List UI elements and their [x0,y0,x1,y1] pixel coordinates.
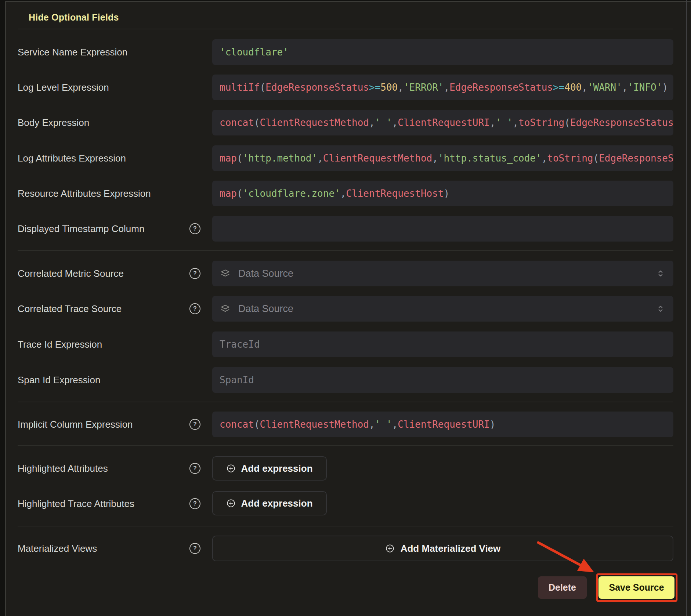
field-label: Implicit Column Expression [18,419,133,430]
chevron-up-down-icon [656,304,665,314]
question-mark-icon: ? [193,226,197,232]
question-mark-icon: ? [193,306,197,312]
service-name-expression-input[interactable]: 'cloudflare' [212,39,673,65]
add-expression-button[interactable]: Add expression [212,456,327,481]
trace-id-expression-input[interactable] [212,331,673,357]
form-row-resource-attributes: Resource Attributes Expression map('clou… [18,181,673,206]
field-label: Trace Id Expression [18,339,102,350]
field-label: Span Id Expression [18,374,100,386]
circle-plus-icon [226,464,236,473]
add-materialized-view-button[interactable]: Add Materialized View [212,536,673,561]
button-label: Add expression [241,498,312,509]
field-label: Correlated Metric Source [18,268,124,279]
question-mark-icon: ? [193,501,197,507]
layers-icon [220,269,230,279]
form-row-materialized-views: Materialized Views ? Add Materialized Vi… [18,536,673,561]
circle-plus-icon [385,544,395,553]
form-row-displayed-timestamp: Displayed Timestamp Column ? [18,216,673,242]
form-row-service-name: Service Name Expression 'cloudflare' [18,39,673,65]
help-icon[interactable]: ? [189,498,200,509]
help-icon[interactable]: ? [189,223,200,234]
add-expression-button[interactable]: Add expression [212,491,327,515]
implicit-column-expression-input[interactable]: concat(ClientRequestMethod, ' ', ClientR… [212,412,673,437]
help-icon[interactable]: ? [189,419,200,430]
select-placeholder: Data Source [238,303,293,315]
button-label: Add expression [241,463,312,474]
form-row-log-attributes: Log Attributes Expression map('http.meth… [18,145,673,171]
section-divider [18,402,673,402]
circle-plus-icon [226,499,236,508]
section-divider [18,250,673,251]
field-label: Body Expression [18,117,89,128]
hide-optional-fields-toggle[interactable]: Hide Optional Fields [29,12,119,23]
save-source-button[interactable]: Save Source [598,576,674,599]
help-icon[interactable]: ? [189,268,200,279]
question-mark-icon: ? [193,465,197,471]
delete-button[interactable]: Delete [538,576,587,599]
log-level-expression-input[interactable]: multiIf(EdgeResponseStatus >= 500, 'ERRO… [212,75,673,100]
section-divider [18,445,673,446]
field-label: Resource Attributes Expression [18,188,151,199]
form-row-correlated-trace-source: Correlated Trace Source ? Data Source [18,296,673,322]
field-label: Highlighted Trace Attributes [18,498,134,510]
correlated-trace-source-select[interactable]: Data Source [212,296,673,322]
field-label: Correlated Trace Source [18,303,122,315]
field-label: Log Level Expression [18,82,109,93]
page: { "header": { "toggle_label": "Hide Opti… [0,0,691,616]
chevron-up-down-icon [656,269,665,278]
section-divider [18,29,673,29]
help-icon[interactable]: ? [189,543,200,554]
button-label: Add Materialized View [401,543,501,554]
field-label: Service Name Expression [18,47,127,58]
question-mark-icon: ? [193,421,197,427]
displayed-timestamp-column-input[interactable] [212,216,673,242]
help-icon[interactable]: ? [189,463,200,474]
field-label: Materialized Views [18,543,97,554]
question-mark-icon: ? [193,546,197,551]
layers-icon [220,304,230,314]
form-row-correlated-metric-source: Correlated Metric Source ? Data Source [18,261,673,286]
form-row-trace-id: Trace Id Expression [18,331,673,357]
form-row-log-level: Log Level Expression multiIf(EdgeRespons… [18,75,673,100]
scrollbar[interactable] [686,0,687,616]
form-row-body: Body Expression concat(ClientRequestMeth… [18,110,673,135]
field-label: Log Attributes Expression [18,153,126,164]
log-attributes-expression-input[interactable]: map('http.method', ClientRequestMethod, … [212,145,673,171]
select-placeholder: Data Source [238,268,293,279]
question-mark-icon: ? [193,271,197,276]
field-label: Displayed Timestamp Column [18,223,144,235]
form-row-highlighted-attributes: Highlighted Attributes ? Add expression [18,456,673,481]
correlated-metric-source-select[interactable]: Data Source [212,261,673,286]
body-expression-input[interactable]: concat(ClientRequestMethod, ' ', ClientR… [212,110,673,135]
form-row-implicit-column: Implicit Column Expression ? concat(Clie… [18,412,673,437]
form-row-highlighted-trace-attributes: Highlighted Trace Attributes ? Add expre… [18,491,673,517]
span-id-expression-input[interactable] [212,367,673,393]
resource-attributes-expression-input[interactable]: map('cloudflare.zone', ClientRequestHost… [212,181,673,206]
form-row-span-id: Span Id Expression [18,367,673,393]
help-icon[interactable]: ? [189,303,200,314]
field-label: Highlighted Attributes [18,463,108,474]
section-divider [18,526,673,526]
